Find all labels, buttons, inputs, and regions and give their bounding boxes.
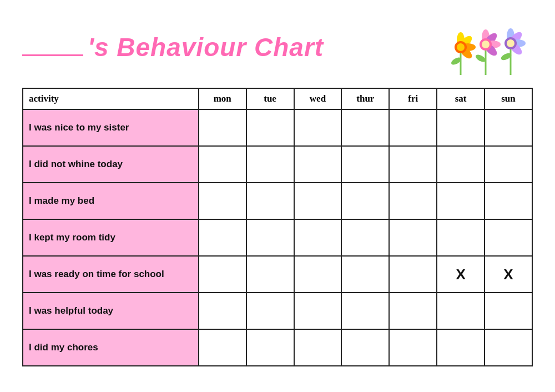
behaviour-chart: activity mon tue wed thur fri sat sun I … [22, 88, 533, 366]
activity-cell: I did not whine today [23, 146, 199, 183]
day-cell-fri[interactable] [389, 256, 437, 293]
day-cell-sat[interactable]: X [437, 256, 485, 293]
activity-cell: I was nice to my sister [23, 109, 199, 146]
day-cell-tue[interactable] [246, 146, 294, 183]
day-cell-wed[interactable] [294, 293, 342, 329]
col-header-sat: sat [437, 88, 485, 109]
day-cell-sun[interactable] [485, 219, 532, 256]
day-cell-fri[interactable] [389, 183, 437, 219]
day-cell-thur[interactable] [341, 329, 389, 366]
col-header-fri: fri [389, 88, 437, 109]
day-cell-fri[interactable] [389, 329, 437, 366]
svg-point-11 [457, 43, 465, 51]
day-cell-mon[interactable] [199, 146, 246, 183]
day-cell-sun[interactable] [485, 293, 532, 329]
table-row: I was helpful today [23, 293, 532, 329]
day-cell-thur[interactable] [341, 109, 389, 146]
day-cell-tue[interactable] [246, 219, 294, 256]
day-cell-sun[interactable] [485, 109, 532, 146]
name-underline [22, 54, 83, 56]
day-cell-sat[interactable] [437, 219, 485, 256]
day-cell-tue[interactable] [246, 256, 294, 293]
col-header-sun: sun [485, 88, 532, 109]
day-cell-wed[interactable] [294, 109, 342, 146]
day-cell-sat[interactable] [437, 329, 485, 366]
day-cell-tue[interactable] [246, 329, 294, 366]
title-area: 's Behaviour Chart [22, 32, 324, 62]
day-cell-thur[interactable] [341, 293, 389, 329]
table-header-row: activity mon tue wed thur fri sat sun [23, 88, 532, 109]
flowers-decoration [444, 17, 533, 78]
col-header-tue: tue [246, 88, 294, 109]
table-row: I did not whine today [23, 146, 532, 183]
day-cell-tue[interactable] [246, 183, 294, 219]
activity-cell: I kept my room tidy [23, 219, 199, 256]
day-cell-tue[interactable] [246, 293, 294, 329]
day-cell-sun[interactable]: X [485, 256, 532, 293]
day-cell-fri[interactable] [389, 146, 437, 183]
svg-point-17 [482, 41, 490, 48]
activity-cell: I made my bed [23, 183, 199, 219]
day-cell-fri[interactable] [389, 293, 437, 329]
day-cell-wed[interactable] [294, 256, 342, 293]
day-cell-thur[interactable] [341, 256, 389, 293]
table-row: I kept my room tidy [23, 219, 532, 256]
day-cell-wed[interactable] [294, 329, 342, 366]
page-title: 's Behaviour Chart [88, 32, 324, 62]
day-cell-mon[interactable] [199, 219, 246, 256]
day-cell-fri[interactable] [389, 219, 437, 256]
day-cell-mon[interactable] [199, 329, 246, 366]
day-cell-sun[interactable] [485, 329, 532, 366]
day-cell-thur[interactable] [341, 219, 389, 256]
table-row: I did my chores [23, 329, 532, 366]
day-cell-sun[interactable] [485, 146, 532, 183]
col-header-thur: thur [341, 88, 389, 109]
day-cell-mon[interactable] [199, 109, 246, 146]
header: 's Behaviour Chart [22, 17, 533, 78]
day-cell-wed[interactable] [294, 146, 342, 183]
activity-cell: I was ready on time for school [23, 256, 199, 293]
table-row: I made my bed [23, 183, 532, 219]
svg-point-23 [507, 39, 514, 47]
day-cell-sat[interactable] [437, 146, 485, 183]
col-header-activity: activity [23, 88, 199, 109]
activity-cell: I was helpful today [23, 293, 199, 329]
day-cell-sat[interactable] [437, 293, 485, 329]
page: 's Behaviour Chart [6, 6, 549, 386]
day-cell-wed[interactable] [294, 219, 342, 256]
day-cell-fri[interactable] [389, 109, 437, 146]
day-cell-sun[interactable] [485, 183, 532, 219]
day-cell-mon[interactable] [199, 293, 246, 329]
day-cell-mon[interactable] [199, 256, 246, 293]
day-cell-tue[interactable] [246, 109, 294, 146]
col-header-wed: wed [294, 88, 342, 109]
day-cell-thur[interactable] [341, 183, 389, 219]
day-cell-sat[interactable] [437, 183, 485, 219]
activity-cell: I did my chores [23, 329, 199, 366]
day-cell-thur[interactable] [341, 146, 389, 183]
day-cell-mon[interactable] [199, 183, 246, 219]
table-row: I was nice to my sister [23, 109, 532, 146]
day-cell-wed[interactable] [294, 183, 342, 219]
day-cell-sat[interactable] [437, 109, 485, 146]
col-header-mon: mon [199, 88, 246, 109]
table-row: I was ready on time for schoolXX [23, 256, 532, 293]
